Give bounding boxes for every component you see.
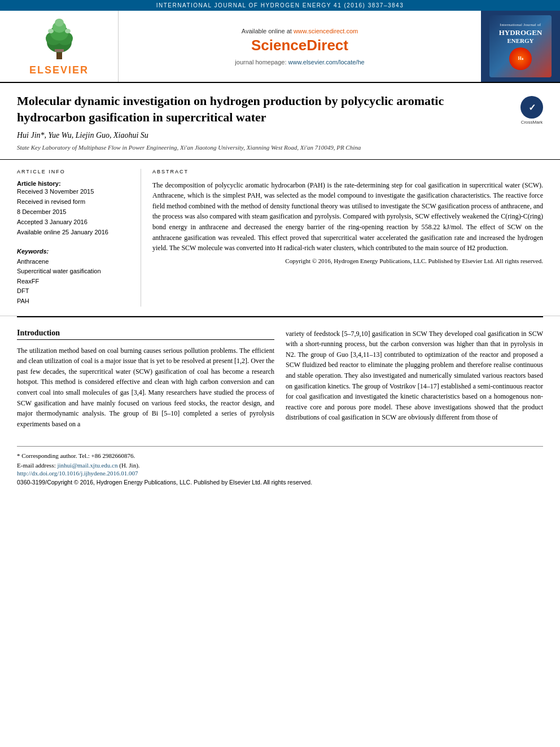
doi-link[interactable]: http://dx.doi.org/10.1016/j.ijhydene.201… <box>17 470 543 477</box>
sciencedirect-url[interactable]: www.sciencedirect.com <box>294 28 358 34</box>
crossmark-badge: ✓ CrossMark <box>515 96 543 125</box>
svg-rect-9 <box>55 49 64 52</box>
introduction-right-text: variety of feedstock [5–7,9,10] gasifica… <box>286 329 543 423</box>
corresponding-author-note: * Corresponding author. Tel.: +86 298266… <box>17 451 543 461</box>
svg-point-8 <box>65 29 71 33</box>
introduction-left-text: The utilization method based on coal bur… <box>17 346 274 430</box>
journal-title-bar: International Journal of Hydrogen Energy… <box>156 2 404 8</box>
journal-homepage-text: journal homepage: www.elsevier.com/locat… <box>235 59 364 65</box>
journal-homepage-url[interactable]: www.elsevier.com/locate/he <box>288 59 365 65</box>
keyword-2: Supercritical water gasification <box>17 267 132 277</box>
article-info-heading: Article info <box>17 169 132 174</box>
cover-line2: HYDROGEN <box>499 28 542 37</box>
available-date: Available online 25 January 2016 <box>17 229 132 235</box>
revised-date: 8 December 2015 <box>17 208 132 215</box>
body-left-column: Introduction The utilization method base… <box>17 329 274 430</box>
author-names: Hui Jin*, Yue Wu, Liejin Guo, Xiaohui Su <box>17 131 148 139</box>
title-section: Molecular dynamic investigation on hydro… <box>0 83 560 160</box>
keyword-1: Anthracene <box>17 257 132 267</box>
received-date: Received 3 November 2015 <box>17 188 132 195</box>
journal-header-bar: International Journal of Hydrogen Energy… <box>0 0 560 11</box>
available-online-text: Available online at www.sciencedirect.co… <box>242 28 358 34</box>
metadata-section: Article info Article history: Received 3… <box>0 160 560 316</box>
keywords-list: Anthracene Supercritical water gasificat… <box>17 257 132 307</box>
elsevier-tree-icon <box>37 17 82 62</box>
abstract-body: The decomposition of polycyclic aromatic… <box>152 180 543 254</box>
abstract-paragraph: The decomposition of polycyclic aromatic… <box>152 180 543 254</box>
page-header: ELSEVIER Available online at www.science… <box>0 11 560 83</box>
abstract-copyright: Copyright © 2016, Hydrogen Energy Public… <box>152 257 543 265</box>
accepted-date: Accepted 3 January 2016 <box>17 219 132 225</box>
keyword-4: DFT <box>17 286 132 296</box>
email-note: E-mail address: jinhui@mail.xjtu.edu.cn … <box>17 461 543 470</box>
introduction-section: Introduction The utilization method base… <box>0 317 560 441</box>
sciencedirect-header: Available online at www.sciencedirect.co… <box>119 11 481 82</box>
elsevier-wordmark: ELSEVIER <box>29 64 89 76</box>
keyword-5: PAH <box>17 296 132 307</box>
article-info-panel: Article info Article history: Received 3… <box>17 169 141 307</box>
paper-title: Molecular dynamic investigation on hydro… <box>17 93 509 125</box>
elsevier-logo-section: ELSEVIER <box>0 11 119 82</box>
keywords-heading: Keywords: <box>17 248 132 255</box>
email-link[interactable]: jinhui@mail.xjtu.edu.cn <box>57 462 117 469</box>
abstract-panel: Abstract The decomposition of polycyclic… <box>152 169 543 307</box>
abstract-heading: Abstract <box>152 169 543 174</box>
introduction-heading: Introduction <box>17 329 274 340</box>
cover-line3: ENERGY <box>507 37 533 44</box>
sciencedirect-logo: ScienceDirect <box>251 37 348 54</box>
svg-point-6 <box>55 19 64 27</box>
svg-point-7 <box>48 29 54 33</box>
body-right-column: variety of feedstock [5–7,9,10] gasifica… <box>286 329 543 430</box>
footnote-section: * Corresponding author. Tel.: +86 298266… <box>17 446 543 477</box>
author-affiliation: State Key Laboratory of Multiphase Flow … <box>17 143 543 152</box>
bottom-copyright: 0360-3199/Copyright © 2016, Hydrogen Ene… <box>0 477 560 490</box>
history-label: Article history: <box>17 180 132 187</box>
cover-line1: International Journal of <box>500 23 541 27</box>
journal-cover-image: International Journal of HYDROGEN ENERGY… <box>489 15 552 77</box>
keyword-3: ReaxFF <box>17 277 132 287</box>
revised-label: Received in revised form <box>17 198 132 205</box>
author-list: Hui Jin*, Yue Wu, Liejin Guo, Xiaohui Su <box>17 131 543 140</box>
journal-cover-section: International Journal of HYDROGEN ENERGY… <box>481 11 560 82</box>
